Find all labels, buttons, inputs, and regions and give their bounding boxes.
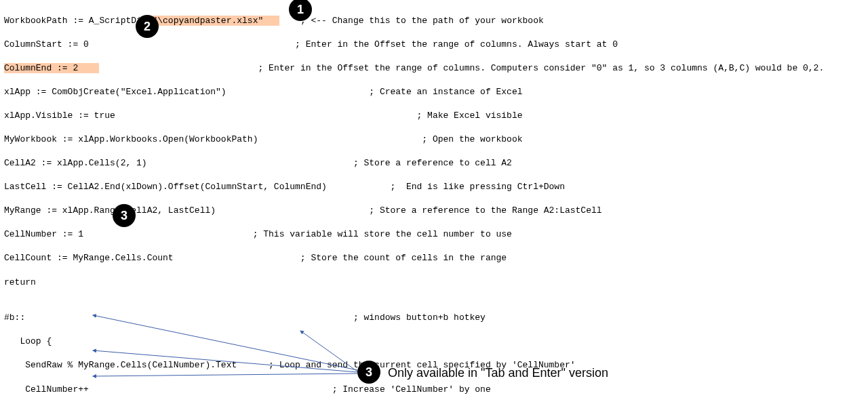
badge-3b: 3 (357, 361, 380, 384)
badge-3: 3 (113, 204, 136, 227)
code-text: xlApp.Visible := true ; Make Excel visib… (4, 110, 864, 122)
code-block: WorkbookPath := A_ScriptDir "\copyandpas… (4, 3, 864, 404)
code-text: ; <-- Change this to the path of your wo… (279, 16, 544, 26)
code-text: #b:: ; windows button+b hotkey (4, 312, 864, 324)
code-text: LastCell := CellA2.End(xlDown).Offset(Co… (4, 181, 864, 193)
code-text: CellCount := MyRange.Cells.Count ; Store… (4, 252, 864, 264)
code-text: WorkbookPath := A_ScriptDir (4, 16, 152, 26)
code-text: ColumnStart := 0 ; Enter in the Offset t… (4, 39, 864, 51)
highlight-columnend: ColumnEnd := 2 (4, 63, 99, 73)
code-text: CellNumber := 1 ; This variable will sto… (4, 228, 864, 241)
code-text: ; Enter in the Offset the range of colum… (99, 63, 824, 73)
code-text: CellNumber++ ; Increase 'CellNumber' by … (4, 384, 864, 396)
code-text: MyWorkbook := xlApp.Workbooks.Open(Workb… (4, 134, 864, 146)
code-text: Loop { (4, 336, 864, 348)
tab-enter-annotation: Only available in "Tab and Enter" versio… (388, 365, 608, 381)
code-text: CellA2 := xlApp.Cells(2, 1) ; Store a re… (4, 157, 864, 169)
code-text: return (4, 277, 864, 289)
highlight-path: "\copyandpaster.xlsx" (152, 16, 279, 26)
code-text: xlApp := ComObjCreate("Excel.Application… (4, 86, 864, 98)
badge-2: 2 (136, 15, 159, 38)
